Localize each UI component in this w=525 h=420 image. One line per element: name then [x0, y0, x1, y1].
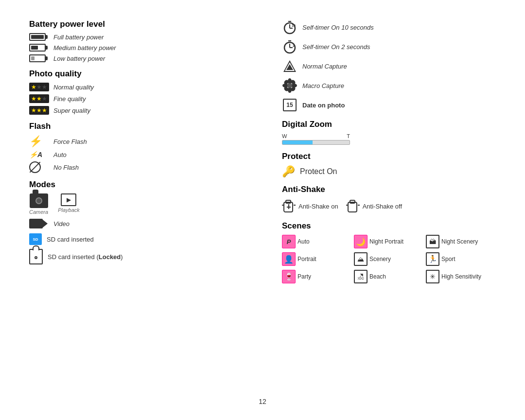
scene-party-label: Party	[298, 273, 311, 280]
sd-card-icon: SD	[29, 233, 42, 245]
quality-fine-label: Fine quality	[53, 95, 86, 103]
playback-mode-label: Playback	[58, 207, 80, 213]
battery-full-icon	[29, 33, 53, 41]
scene-auto-icon: P	[282, 235, 296, 248]
flash-none-icon	[29, 161, 53, 173]
battery-title: Battery power level	[29, 19, 253, 29]
flash-none-row: No Flash	[29, 161, 253, 173]
flash-force-icon: ⚡	[29, 135, 53, 148]
antishake-on-item: Anti-Shake on	[282, 198, 338, 214]
digital-zoom-title: Digital Zoom	[282, 120, 496, 129]
camera-mode-group: Camera	[29, 193, 48, 215]
antishake-on-label: Anti-Shake on	[298, 203, 338, 210]
quality-fine-icon: ★★★	[29, 94, 53, 103]
antishake-off-label: Anti-Shake off	[363, 203, 402, 210]
scene-portrait: 👤 Portrait	[282, 252, 352, 266]
scene-high-sensitivity-label: High Sensitivity	[441, 273, 481, 280]
antishake-on-icon	[282, 198, 296, 214]
selftimer-2-icon: 2	[282, 39, 298, 54]
scene-scenery-label: Scenery	[369, 256, 391, 262]
camera-mode-label: Camera	[29, 209, 48, 215]
date-on-photo-row: 15 Date on photo	[282, 97, 496, 113]
scenes-title: Scenes	[282, 221, 496, 231]
video-mode-row: Video	[29, 219, 253, 228]
scene-high-sensitivity: ✳ High Sensitivity	[426, 270, 496, 283]
flash-none-label: No Flash	[53, 164, 79, 171]
modes-camera-playback-row: Camera ▶ Playback	[29, 193, 253, 215]
sd-locked-icon	[29, 249, 43, 264]
protect-key-icon: 🔑	[282, 165, 295, 178]
sd-locked-row: SD card inserted (Locked)	[29, 249, 253, 264]
flash-force-row: ⚡ Force Flash	[29, 135, 253, 148]
zoom-fill	[282, 140, 313, 144]
scene-sport: 🏃 Sport	[426, 252, 496, 266]
selftimer-10-row: 10 Self-timer On 10 seconds	[282, 19, 496, 35]
battery-medium-row: Medium battery power	[29, 44, 253, 52]
flash-title: Flash	[29, 122, 253, 131]
date-icon: 15	[282, 97, 298, 113]
sd-locked-label: SD card inserted (Locked)	[48, 253, 123, 261]
battery-medium-label: Medium battery power	[53, 44, 116, 52]
scene-party: 🍷 Party	[282, 270, 352, 283]
scene-night-portrait-label: Night Portrait	[369, 238, 403, 245]
antishake-title: Anti-Shake	[282, 185, 496, 194]
scene-sport-icon: 🏃	[426, 252, 439, 266]
camera-icon	[30, 193, 48, 208]
svg-point-22	[287, 83, 292, 88]
scene-sport-label: Sport	[441, 256, 455, 262]
scene-high-sensitivity-icon: ✳	[426, 270, 439, 283]
scene-beach: 🏖 Beach	[354, 270, 424, 283]
quality-super-row: ★★★ Super quality	[29, 106, 253, 115]
scene-scenery-icon: ⛰	[354, 252, 368, 266]
scene-auto-label: Auto	[298, 238, 310, 245]
battery-full-label: Full battery power	[53, 34, 104, 41]
scene-night-scenery-label: Night Scenery	[441, 238, 478, 245]
antishake-off-item: Anti-Shake off	[346, 198, 402, 214]
scene-scenery: ⛰ Scenery	[354, 252, 424, 266]
video-icon	[29, 219, 53, 228]
playback-icon: ▶	[61, 193, 76, 206]
protect-on-row: 🔑 Protect On	[282, 165, 496, 178]
modes-title: Modes	[29, 180, 253, 190]
normal-capture-icon	[282, 58, 298, 74]
selftimer-10-label: Self-timer On 10 seconds	[302, 24, 374, 31]
quality-normal-label: Normal quality	[53, 84, 94, 91]
zoom-bar	[282, 140, 350, 145]
scene-beach-label: Beach	[369, 273, 386, 280]
svg-text:2: 2	[293, 43, 295, 48]
sd-card-row: SD SD card inserted	[29, 233, 253, 245]
normal-capture-label: Normal Capture	[302, 63, 347, 70]
svg-text:10: 10	[292, 24, 296, 27]
selftimer-2-label: Self-timer On 2 seconds	[302, 43, 370, 51]
scene-portrait-label: Portrait	[298, 256, 316, 262]
scene-beach-icon: 🏖	[354, 270, 368, 283]
playback-mode-group: ▶ Playback	[58, 193, 80, 213]
scene-night-portrait-icon: 🌙	[354, 235, 368, 248]
flash-auto-row: ⚡A Auto	[29, 151, 253, 158]
scene-night-scenery: 🏔 Night Scenery	[426, 235, 496, 248]
quality-super-icon: ★★★	[29, 106, 53, 115]
scene-auto: P Auto	[282, 235, 352, 248]
selftimer-2-row: 2 Self-timer On 2 seconds	[282, 39, 496, 54]
quality-super-label: Super quality	[53, 107, 90, 114]
macro-capture-icon	[282, 78, 298, 93]
protect-on-label: Protect On	[300, 167, 337, 176]
battery-medium-icon	[29, 44, 53, 52]
scene-portrait-icon: 👤	[282, 252, 296, 266]
zoom-bar-container: W T	[282, 133, 496, 145]
scene-night-scenery-icon: 🏔	[426, 235, 439, 248]
scenes-grid: P Auto 🌙 Night Portrait 🏔 Night Scenery …	[282, 235, 496, 283]
battery-full-row: Full battery power	[29, 33, 253, 41]
macro-capture-label: Macro Capture	[302, 82, 344, 89]
normal-capture-row: Normal Capture	[282, 58, 496, 74]
page-number: 12	[259, 398, 266, 405]
quality-normal-icon: ★★★	[29, 83, 53, 91]
scene-party-icon: 🍷	[282, 270, 296, 283]
sd-card-label: SD card inserted	[47, 236, 94, 243]
flash-auto-icon: ⚡A	[29, 151, 53, 158]
flash-force-label: Force Flash	[53, 138, 87, 145]
flash-auto-label: Auto	[53, 151, 67, 158]
date-label: Date on photo	[302, 102, 345, 109]
battery-low-label: Low battery power	[53, 55, 105, 62]
quality-fine-row: ★★★ Fine quality	[29, 94, 253, 103]
